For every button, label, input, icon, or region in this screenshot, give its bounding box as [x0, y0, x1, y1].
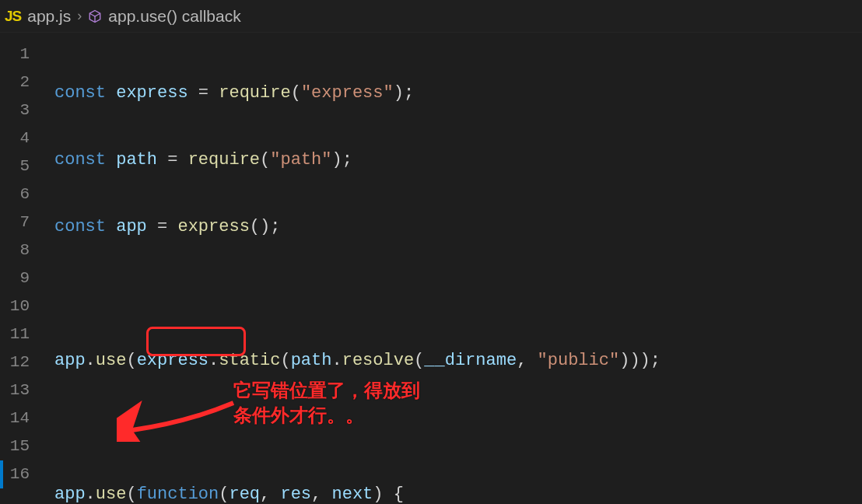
- line-number: 4: [0, 124, 39, 152]
- line-number: 16: [0, 460, 39, 488]
- line-number: 15: [0, 432, 39, 460]
- breadcrumb-bar: JS app.js › app.use() callback: [0, 0, 862, 33]
- chevron-right-icon: ›: [77, 8, 82, 24]
- line-number: 7: [0, 208, 39, 236]
- line-number: 3: [0, 96, 39, 124]
- line-number: 6: [0, 180, 39, 208]
- line-number: 2: [0, 68, 39, 96]
- breadcrumb-symbol[interactable]: app.use() callback: [108, 7, 240, 26]
- line-number: 9: [0, 264, 39, 292]
- line-number-gutter: 1 2 3 4 5 6 7 8 9 10 11 12 13 14 15 16: [0, 33, 39, 504]
- code-area[interactable]: const express = require("express"); cons…: [39, 33, 753, 504]
- code-line[interactable]: [54, 280, 753, 308]
- code-line[interactable]: [54, 414, 753, 442]
- code-editor[interactable]: 1 2 3 4 5 6 7 8 9 10 11 12 13 14 15 16 c…: [0, 33, 862, 504]
- code-line[interactable]: app.use(function(req, res, next) {: [54, 481, 753, 504]
- cursor-line-indicator: [0, 460, 3, 488]
- js-file-icon: JS: [5, 8, 21, 25]
- line-number: 1: [0, 40, 39, 68]
- code-line[interactable]: app.use(express.static(path.resolve(__di…: [54, 347, 753, 375]
- line-number: 11: [0, 320, 39, 348]
- code-line[interactable]: const app = express();: [54, 213, 753, 241]
- breadcrumb-file[interactable]: app.js: [27, 7, 71, 26]
- line-number: 12: [0, 348, 39, 376]
- method-icon: [88, 9, 102, 23]
- code-line[interactable]: const path = require("path");: [54, 146, 753, 174]
- line-number: 5: [0, 152, 39, 180]
- line-number: 13: [0, 376, 39, 404]
- line-number: 8: [0, 236, 39, 264]
- line-number: 10: [0, 292, 39, 320]
- line-number: 14: [0, 404, 39, 432]
- code-line[interactable]: const express = require("express");: [54, 79, 753, 107]
- breadcrumb[interactable]: JS app.js › app.use() callback: [5, 7, 241, 26]
